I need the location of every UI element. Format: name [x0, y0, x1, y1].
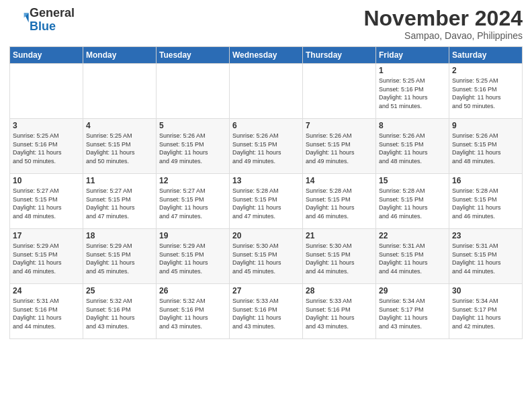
calendar-cell: 17Sunrise: 5:29 AMSunset: 5:15 PMDayligh…: [10, 229, 83, 284]
day-number: 2: [452, 66, 519, 75]
col-header-thursday: Thursday: [303, 47, 376, 64]
calendar-cell: [10, 64, 83, 119]
calendar-cell: 5Sunrise: 5:26 AMSunset: 5:15 PMDaylight…: [157, 119, 230, 174]
day-info: Sunrise: 5:28 AMSunset: 5:15 PMDaylight:…: [452, 187, 519, 220]
day-info: Sunrise: 5:30 AMSunset: 5:15 PMDaylight:…: [232, 242, 300, 275]
calendar-cell: 9Sunrise: 5:26 AMSunset: 5:15 PMDaylight…: [449, 119, 523, 174]
day-info: Sunrise: 5:34 AMSunset: 5:17 PMDaylight:…: [452, 297, 519, 330]
calendar-cell: 3Sunrise: 5:25 AMSunset: 5:16 PMDaylight…: [10, 119, 83, 174]
day-number: 13: [232, 176, 300, 185]
week-row-2: 3Sunrise: 5:25 AMSunset: 5:16 PMDaylight…: [10, 119, 523, 174]
week-row-1: 1Sunrise: 5:25 AMSunset: 5:16 PMDaylight…: [10, 64, 523, 119]
header: General Blue November 2024 Sampao, Davao…: [9, 7, 523, 41]
calendar-cell: 4Sunrise: 5:25 AMSunset: 5:15 PMDaylight…: [83, 119, 157, 174]
day-number: 9: [452, 121, 519, 130]
day-info: Sunrise: 5:29 AMSunset: 5:15 PMDaylight:…: [86, 242, 153, 275]
day-info: Sunrise: 5:33 AMSunset: 5:16 PMDaylight:…: [232, 297, 300, 330]
calendar-cell: 6Sunrise: 5:26 AMSunset: 5:15 PMDaylight…: [230, 119, 303, 174]
calendar-cell: 11Sunrise: 5:27 AMSunset: 5:15 PMDayligh…: [83, 174, 157, 229]
day-info: Sunrise: 5:33 AMSunset: 5:16 PMDaylight:…: [306, 297, 373, 330]
calendar-cell: 27Sunrise: 5:33 AMSunset: 5:16 PMDayligh…: [230, 284, 303, 339]
day-number: 26: [159, 286, 226, 295]
location-subtitle: Sampao, Davao, Philippines: [363, 30, 523, 41]
day-info: Sunrise: 5:25 AMSunset: 5:15 PMDaylight:…: [86, 132, 153, 165]
day-number: 18: [86, 231, 153, 240]
day-number: 19: [159, 231, 226, 240]
day-number: 24: [13, 286, 80, 295]
day-info: Sunrise: 5:29 AMSunset: 5:15 PMDaylight:…: [159, 242, 226, 275]
day-number: 4: [86, 121, 153, 130]
day-info: Sunrise: 5:28 AMSunset: 5:15 PMDaylight:…: [379, 187, 446, 220]
day-number: 1: [379, 66, 446, 75]
calendar-cell: [157, 64, 230, 119]
calendar-cell: 2Sunrise: 5:25 AMSunset: 5:16 PMDaylight…: [449, 64, 523, 119]
calendar-cell: 18Sunrise: 5:29 AMSunset: 5:15 PMDayligh…: [83, 229, 157, 284]
day-number: 8: [379, 121, 446, 130]
page: General Blue November 2024 Sampao, Davao…: [0, 0, 532, 346]
calendar-cell: 25Sunrise: 5:32 AMSunset: 5:16 PMDayligh…: [83, 284, 157, 339]
day-info: Sunrise: 5:31 AMSunset: 5:15 PMDaylight:…: [379, 242, 446, 275]
day-number: 15: [379, 176, 446, 185]
day-info: Sunrise: 5:26 AMSunset: 5:15 PMDaylight:…: [232, 132, 300, 165]
day-number: 5: [159, 121, 226, 130]
calendar-cell: 20Sunrise: 5:30 AMSunset: 5:15 PMDayligh…: [230, 229, 303, 284]
day-number: 16: [452, 176, 519, 185]
calendar-cell: 30Sunrise: 5:34 AMSunset: 5:17 PMDayligh…: [449, 284, 523, 339]
day-info: Sunrise: 5:25 AMSunset: 5:16 PMDaylight:…: [13, 132, 80, 165]
day-number: 28: [306, 286, 373, 295]
col-header-saturday: Saturday: [449, 47, 523, 64]
day-number: 22: [379, 231, 446, 240]
calendar-cell: 1Sunrise: 5:25 AMSunset: 5:16 PMDaylight…: [376, 64, 449, 119]
day-info: Sunrise: 5:31 AMSunset: 5:16 PMDaylight:…: [13, 297, 80, 330]
title-block: November 2024 Sampao, Davao, Philippines: [363, 7, 523, 41]
calendar-cell: 26Sunrise: 5:32 AMSunset: 5:16 PMDayligh…: [157, 284, 230, 339]
logo-icon: [9, 9, 30, 31]
day-info: Sunrise: 5:32 AMSunset: 5:16 PMDaylight:…: [159, 297, 226, 330]
calendar-cell: [230, 64, 303, 119]
calendar-table: SundayMondayTuesdayWednesdayThursdayFrid…: [9, 46, 523, 339]
day-number: 23: [452, 231, 519, 240]
week-row-5: 24Sunrise: 5:31 AMSunset: 5:16 PMDayligh…: [10, 284, 523, 339]
day-info: Sunrise: 5:32 AMSunset: 5:16 PMDaylight:…: [86, 297, 153, 330]
logo-general: General: [30, 7, 75, 20]
day-number: 29: [379, 286, 446, 295]
calendar-cell: 8Sunrise: 5:26 AMSunset: 5:15 PMDaylight…: [376, 119, 449, 174]
day-number: 11: [86, 176, 153, 185]
day-number: 3: [13, 121, 80, 130]
week-row-3: 10Sunrise: 5:27 AMSunset: 5:15 PMDayligh…: [10, 174, 523, 229]
day-number: 20: [232, 231, 300, 240]
calendar-cell: 13Sunrise: 5:28 AMSunset: 5:15 PMDayligh…: [230, 174, 303, 229]
day-number: 17: [13, 231, 80, 240]
calendar-cell: [83, 64, 157, 119]
calendar-cell: 15Sunrise: 5:28 AMSunset: 5:15 PMDayligh…: [376, 174, 449, 229]
day-info: Sunrise: 5:28 AMSunset: 5:15 PMDaylight:…: [232, 187, 300, 220]
logo: General Blue: [9, 7, 75, 34]
day-number: 27: [232, 286, 300, 295]
col-header-friday: Friday: [376, 47, 449, 64]
calendar-cell: 10Sunrise: 5:27 AMSunset: 5:15 PMDayligh…: [10, 174, 83, 229]
calendar-cell: 29Sunrise: 5:34 AMSunset: 5:17 PMDayligh…: [376, 284, 449, 339]
day-info: Sunrise: 5:28 AMSunset: 5:15 PMDaylight:…: [306, 187, 373, 220]
day-info: Sunrise: 5:27 AMSunset: 5:15 PMDaylight:…: [159, 187, 226, 220]
calendar-cell: 14Sunrise: 5:28 AMSunset: 5:15 PMDayligh…: [303, 174, 376, 229]
day-info: Sunrise: 5:31 AMSunset: 5:15 PMDaylight:…: [452, 242, 519, 275]
header-row: SundayMondayTuesdayWednesdayThursdayFrid…: [10, 47, 523, 64]
col-header-monday: Monday: [83, 47, 157, 64]
logo-blue: Blue: [30, 20, 75, 34]
day-number: 21: [306, 231, 373, 240]
calendar-cell: 24Sunrise: 5:31 AMSunset: 5:16 PMDayligh…: [10, 284, 83, 339]
day-info: Sunrise: 5:26 AMSunset: 5:15 PMDaylight:…: [452, 132, 519, 165]
day-info: Sunrise: 5:34 AMSunset: 5:17 PMDaylight:…: [379, 297, 446, 330]
day-number: 7: [306, 121, 373, 130]
col-header-tuesday: Tuesday: [157, 47, 230, 64]
col-header-sunday: Sunday: [10, 47, 83, 64]
day-info: Sunrise: 5:25 AMSunset: 5:16 PMDaylight:…: [379, 77, 446, 110]
day-number: 12: [159, 176, 226, 185]
logo-text: General Blue: [30, 7, 75, 34]
day-info: Sunrise: 5:25 AMSunset: 5:16 PMDaylight:…: [452, 77, 519, 110]
calendar-cell: 23Sunrise: 5:31 AMSunset: 5:15 PMDayligh…: [449, 229, 523, 284]
calendar-cell: [303, 64, 376, 119]
day-number: 6: [232, 121, 300, 130]
day-number: 10: [13, 176, 80, 185]
day-info: Sunrise: 5:29 AMSunset: 5:15 PMDaylight:…: [13, 242, 80, 275]
